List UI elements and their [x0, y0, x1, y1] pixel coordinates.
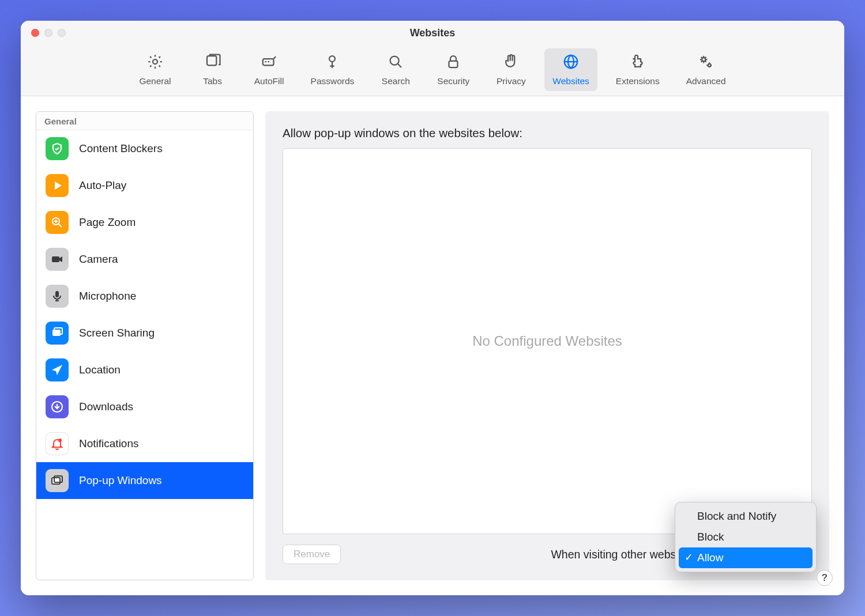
window-controls — [31, 29, 66, 37]
svg-rect-1 — [207, 56, 216, 65]
content-pane: Allow pop-up windows on the websites bel… — [265, 111, 829, 580]
tab-extensions[interactable]: Extensions — [608, 48, 668, 91]
autofill-icon — [261, 53, 278, 73]
titlebar: Websites — [21, 21, 844, 45]
microphone-icon — [46, 285, 69, 308]
key-icon — [324, 53, 341, 73]
sidebar-item-label: Camera — [79, 253, 118, 266]
sidebar: General Content Blockers Auto-Play Page … — [36, 111, 254, 580]
tab-label: Privacy — [497, 76, 526, 86]
tab-label: Passwords — [311, 76, 355, 86]
tab-label: Extensions — [616, 76, 660, 86]
play-icon — [46, 174, 69, 197]
sidebar-item-label: Location — [79, 364, 121, 376]
zoom-window-button[interactable] — [58, 29, 66, 37]
tab-advanced[interactable]: Advanced — [678, 48, 734, 91]
option-label: Block and Notify — [697, 510, 776, 522]
sidebar-item-label: Downloads — [79, 400, 133, 413]
tab-label: Security — [437, 76, 469, 86]
sidebar-item-label: Microphone — [79, 290, 136, 303]
sidebar-item-label: Auto-Play — [79, 179, 126, 192]
globe-icon — [562, 53, 580, 73]
sidebar-item-content-blockers[interactable]: Content Blockers — [36, 130, 253, 167]
remove-button[interactable]: Remove — [283, 545, 341, 564]
sidebar-item-downloads[interactable]: Downloads — [36, 388, 253, 425]
tab-label: Tabs — [203, 76, 222, 86]
tab-passwords[interactable]: Passwords — [303, 48, 363, 91]
close-window-button[interactable] — [31, 29, 39, 37]
sidebar-item-auto-play[interactable]: Auto-Play — [36, 167, 253, 204]
window-body: General Content Blockers Auto-Play Page … — [21, 96, 844, 595]
tab-label: General — [139, 76, 171, 86]
search-icon — [387, 53, 404, 73]
puzzle-icon — [629, 53, 646, 73]
tab-tabs[interactable]: Tabs — [190, 48, 236, 91]
sidebar-item-label: Pop-up Windows — [79, 474, 162, 487]
camera-icon — [46, 248, 69, 271]
empty-state-text: No Configured Websites — [472, 333, 622, 349]
tab-label: AutoFill — [254, 76, 284, 86]
toolbar: General Tabs AutoFill Passwords — [21, 45, 844, 96]
tab-label: Search — [382, 76, 410, 86]
content-heading: Allow pop-up windows on the websites bel… — [283, 126, 812, 140]
tab-privacy[interactable]: Privacy — [488, 48, 534, 91]
gear-icon — [146, 53, 164, 73]
option-block[interactable]: Block — [679, 527, 813, 547]
svg-point-4 — [390, 56, 399, 65]
option-block-and-notify[interactable]: Block and Notify — [679, 506, 813, 527]
tab-search[interactable]: Search — [373, 48, 419, 91]
svg-point-7 — [702, 58, 705, 61]
tab-autofill[interactable]: AutoFill — [246, 48, 292, 91]
svg-rect-10 — [52, 256, 59, 262]
shield-check-icon — [46, 137, 69, 160]
sidebar-item-camera[interactable]: Camera — [36, 241, 253, 278]
sidebar-item-notifications[interactable]: Notifications — [36, 425, 253, 462]
sidebar-item-label: Content Blockers — [79, 142, 163, 155]
help-button[interactable]: ? — [817, 570, 833, 586]
option-label: Allow — [697, 551, 723, 564]
svg-point-3 — [329, 56, 335, 62]
sidebar-section-header: General — [36, 112, 253, 130]
screen-sharing-icon — [46, 322, 69, 345]
help-glyph: ? — [822, 572, 828, 584]
preferences-window: Websites General Tabs AutoFill — [21, 21, 844, 595]
select-popover: Block and Notify Block Allow — [675, 502, 817, 572]
location-arrow-icon — [46, 358, 69, 381]
sidebar-item-popup-windows[interactable]: Pop-up Windows — [36, 462, 253, 499]
tab-general[interactable]: General — [131, 48, 179, 91]
zoom-icon — [46, 211, 69, 234]
tab-label: Advanced — [686, 76, 726, 86]
svg-point-0 — [153, 59, 157, 64]
sidebar-item-label: Page Zoom — [79, 216, 136, 229]
sidebar-item-label: Notifications — [79, 437, 139, 450]
svg-rect-11 — [55, 291, 59, 297]
gears-icon — [697, 53, 714, 73]
hand-icon — [502, 53, 520, 73]
sidebar-item-location[interactable]: Location — [36, 352, 253, 388]
tab-label: Websites — [552, 76, 589, 86]
lock-icon — [445, 53, 462, 73]
tab-security[interactable]: Security — [429, 48, 477, 91]
sidebar-item-page-zoom[interactable]: Page Zoom — [36, 204, 253, 241]
sidebar-item-screen-sharing[interactable]: Screen Sharing — [36, 315, 253, 352]
sidebar-item-microphone[interactable]: Microphone — [36, 278, 253, 315]
toolbar-tabs: General Tabs AutoFill Passwords — [131, 48, 734, 91]
bell-icon — [46, 432, 69, 455]
option-label: Block — [697, 531, 724, 543]
window-title: Websites — [410, 27, 456, 39]
svg-rect-5 — [449, 61, 458, 67]
tabs-icon — [204, 53, 221, 73]
sidebar-item-label: Screen Sharing — [79, 327, 155, 339]
tab-websites[interactable]: Websites — [544, 48, 597, 91]
minimize-window-button[interactable] — [44, 29, 52, 37]
svg-rect-16 — [52, 478, 60, 484]
windows-icon — [46, 469, 69, 492]
download-icon — [46, 395, 69, 418]
svg-point-15 — [58, 439, 62, 442]
option-allow[interactable]: Allow — [679, 547, 813, 568]
websites-list[interactable]: No Configured Websites — [283, 148, 812, 534]
svg-point-8 — [708, 64, 711, 67]
